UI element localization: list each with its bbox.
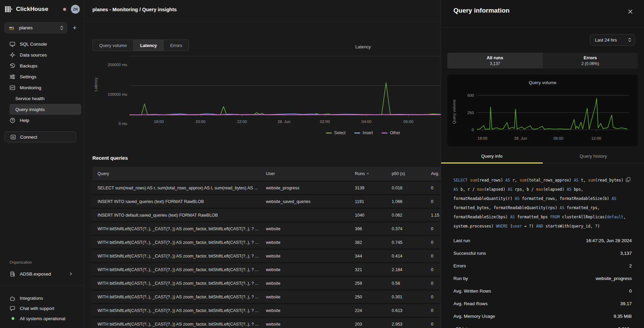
table-row[interactable]: SELECT sum(read_rows) AS r, sum(total_ro… bbox=[92, 181, 475, 194]
sidebar-item-sql-console[interactable]: SQL Console bbox=[0, 38, 84, 49]
legend-label: Other bbox=[390, 130, 400, 135]
table-row[interactable]: WITH bitShiftLeft(CAST(?..), _CAST(?..))… bbox=[92, 276, 475, 290]
axis-tick-label: 04:00 bbox=[352, 119, 381, 124]
sql-token: max bbox=[536, 187, 543, 192]
sql-token: rps, b / bbox=[515, 187, 536, 192]
table-row[interactable]: WITH bitShiftLeft(CAST(?..), _CAST(?..))… bbox=[92, 303, 475, 317]
connect-label: Connect bbox=[20, 135, 37, 140]
sql-token: sum bbox=[470, 178, 477, 183]
axis-tick-label: 06:00 bbox=[394, 119, 423, 124]
table-row[interactable]: WITH bitShiftLeft(CAST(?..), _CAST(?..))… bbox=[92, 221, 475, 235]
sidebar-item-monitoring[interactable]: Monitoring bbox=[0, 82, 84, 93]
cell-p50: 0.018 bbox=[392, 186, 431, 190]
sidebar-item-help[interactable]: Help bbox=[0, 115, 84, 126]
legend-item[interactable]: Other bbox=[382, 130, 400, 135]
chevron-right-icon bbox=[69, 272, 73, 276]
organization-item[interactable]: ADSB.exposed bbox=[0, 268, 84, 279]
cell-p50: 0.58 bbox=[392, 281, 431, 286]
cell-runs: 259 bbox=[355, 281, 392, 286]
panel-title: Query information bbox=[453, 7, 510, 14]
organization-section-label: Organization bbox=[10, 260, 32, 264]
detail-row: Avg. Memory Usage9.35 MiB bbox=[453, 310, 632, 323]
tab-query-info[interactable]: Query info bbox=[441, 149, 543, 163]
table-row[interactable]: WITH bitShiftLeft(CAST(?..), _CAST(?..))… bbox=[92, 249, 475, 262]
table-row[interactable]: WITH bitShiftLeft(CAST(?..), _CAST(?..))… bbox=[92, 235, 475, 249]
legend-item[interactable]: Select bbox=[326, 130, 345, 135]
sidebar-item-label: Backups bbox=[20, 63, 38, 68]
recent-queries-title: Recent queries bbox=[92, 155, 128, 161]
integrations-item[interactable]: Integrations bbox=[0, 293, 84, 303]
close-icon[interactable] bbox=[626, 7, 634, 16]
sidebar-item-data-sources[interactable]: Data sources bbox=[0, 49, 84, 60]
cell-query: INSERT INTO saved_queries (text) FORMAT … bbox=[92, 199, 266, 204]
column-header-user[interactable]: User bbox=[266, 171, 355, 176]
detail-label: Avg. Read Rows bbox=[453, 301, 488, 306]
sql-token: (total_rows_approx) bbox=[527, 178, 574, 183]
sql-token: r, bbox=[512, 178, 520, 183]
sidebar-item-settings[interactable]: Settings bbox=[0, 71, 84, 82]
sql-line: formatReadableQuantity(r) AS formatted_r… bbox=[453, 194, 628, 203]
sql-token: formatted_bps bbox=[517, 215, 550, 219]
column-header-runs[interactable]: Runs bbox=[355, 171, 392, 176]
legend-item[interactable]: Insert bbox=[355, 130, 373, 135]
workspace-selector[interactable]: aws planes bbox=[4, 22, 67, 33]
table-row[interactable]: INSERT INTO saved_queries (text) FORMAT … bbox=[92, 194, 475, 208]
add-service-button[interactable]: + bbox=[70, 23, 79, 33]
sql-query-text: SELECT sum(read_rows) AS r, sum(total_ro… bbox=[453, 176, 628, 231]
mini-chart-title: Query volume bbox=[447, 80, 638, 85]
sql-token: formatted_bytes, formatReadableQuantity(… bbox=[453, 205, 560, 210]
column-header-p50[interactable]: p50 (s) bbox=[392, 171, 431, 176]
segment-all-runs[interactable]: All runs 3,137 bbox=[447, 53, 543, 68]
sidebar-item-label: Data sources bbox=[20, 52, 47, 58]
cell-user: website bbox=[266, 240, 355, 245]
sql-line: SELECT sum(read_rows) AS r, sum(total_ro… bbox=[453, 176, 628, 185]
legend-label: Select bbox=[334, 130, 345, 135]
workspace-name: planes bbox=[19, 25, 33, 30]
detail-label: p50 latency bbox=[453, 326, 477, 328]
avatar[interactable]: ZN bbox=[71, 5, 80, 14]
latency-chart: Latency Latency 200000 ms100000 ms0 ms18… bbox=[84, 34, 493, 140]
tab-query-history[interactable]: Query history bbox=[543, 149, 644, 163]
latency-plot[interactable] bbox=[130, 48, 441, 119]
cell-query: SELECT sum(read_rows) AS r, sum(total_ro… bbox=[92, 186, 266, 190]
sql-token: AS bbox=[574, 178, 581, 183]
column-header-query[interactable]: Query bbox=[92, 171, 266, 176]
chat-support-item[interactable]: Chat with support bbox=[0, 303, 84, 313]
organization-name: ADSB.exposed bbox=[20, 271, 51, 277]
detail-value: 0 bbox=[629, 288, 632, 294]
notification-dot[interactable] bbox=[63, 8, 66, 11]
sql-line: AS b, r / max(elapsed) AS rps, b / max(e… bbox=[453, 185, 628, 194]
sql-token: formatReadableSize(bps) bbox=[453, 215, 510, 219]
copy-icon[interactable] bbox=[626, 176, 632, 183]
detail-label: Errors bbox=[453, 263, 466, 268]
sidebar-nav: SQL Console Data sources Backups Setting… bbox=[0, 38, 84, 126]
time-range-select[interactable]: Last 24 hrs bbox=[590, 34, 635, 46]
recent-queries-body: SELECT sum(read_rows) AS r, sum(total_ro… bbox=[92, 181, 475, 328]
active-tab-underline bbox=[441, 162, 543, 163]
segment-errors[interactable]: Errors 2 (0.06%) bbox=[543, 53, 638, 68]
detail-label: Avg. Written Rows bbox=[453, 288, 491, 294]
table-row[interactable]: WITH bitShiftLeft(CAST(?..), _CAST(?..))… bbox=[92, 262, 475, 276]
sidebar-item-backups[interactable]: Backups bbox=[0, 60, 84, 71]
sql-console-icon bbox=[10, 41, 15, 47]
table-row[interactable]: INSERT INTO default.saved_queries (text)… bbox=[92, 208, 475, 221]
sql-token: AS bbox=[510, 215, 517, 219]
cell-runs: 3139 bbox=[355, 186, 392, 190]
puzzle-icon bbox=[10, 295, 15, 301]
system-status-item[interactable]: All systems operational bbox=[0, 313, 84, 324]
connect-button[interactable]: Connect bbox=[4, 131, 76, 142]
table-row[interactable]: WITH bitShiftLeft(CAST(?..), _CAST(?..))… bbox=[92, 317, 475, 328]
query-information-panel: Query information Last 24 hrs All runs 3… bbox=[441, 0, 644, 328]
sql-token: user bbox=[512, 224, 522, 229]
sql-token: b, r / bbox=[461, 187, 477, 192]
query-volume-plot[interactable] bbox=[477, 92, 629, 134]
sql-token: sum bbox=[520, 178, 527, 183]
sidebar-item-query-insights[interactable]: Query insights bbox=[10, 104, 81, 115]
sql-token: AS bbox=[612, 196, 616, 201]
axis-tick-label: 250 bbox=[460, 110, 474, 115]
table-row[interactable]: WITH bitShiftLeft(CAST(?..), _CAST(?..))… bbox=[92, 290, 475, 303]
query-details-list: Last run16:47:25, Jun 28 2024Successful … bbox=[453, 234, 632, 328]
cell-p50: 1.066 bbox=[392, 199, 431, 204]
axis-tick-label: 18:00 bbox=[472, 136, 493, 141]
sidebar-item-service-health[interactable]: Service health bbox=[10, 93, 81, 104]
